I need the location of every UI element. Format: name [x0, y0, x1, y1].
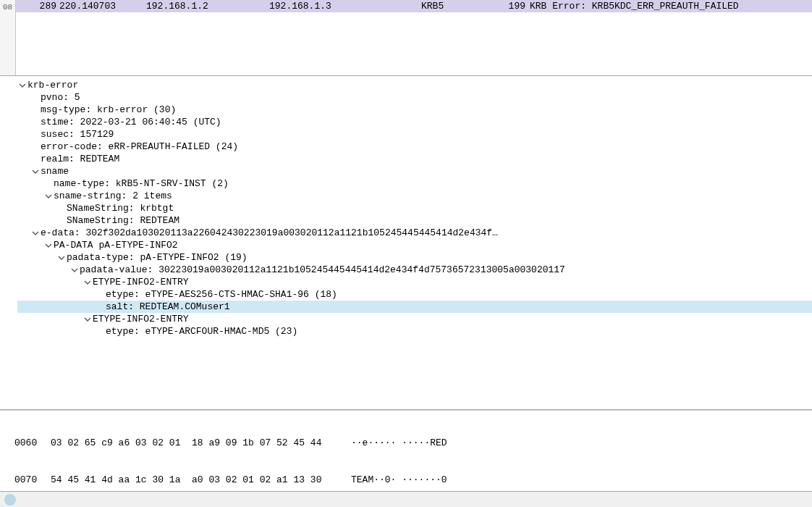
- packet-row[interactable]: 289 220.140703 192.168.1.2 192.168.1.3 K…: [16, 0, 812, 12]
- tree-etype-entry2[interactable]: ETYPE-INFO2-ENTRY: [17, 313, 812, 325]
- tree-msg-type[interactable]: msg-type: krb-error (30): [17, 104, 812, 116]
- chevron-down-icon[interactable]: [69, 267, 80, 274]
- byte-row[interactable]: 007054 45 41 4d aa 1c 30 1a a0 03 02 01 …: [14, 474, 812, 486]
- chevron-down-icon[interactable]: [43, 242, 54, 249]
- tree-sname-string[interactable]: sname-string: 2 items: [17, 190, 812, 202]
- chevron-down-icon[interactable]: [30, 168, 41, 175]
- left-gutter: 08: [0, 0, 16, 75]
- tree-sns2[interactable]: SNameString: REDTEAM: [17, 214, 812, 227]
- packet-info: KRB Error: KRB5KDC_ERR_PREAUTH_FAILED: [530, 1, 812, 12]
- tree-error-code[interactable]: error-code: eRR-PREAUTH-FAILED (24): [17, 141, 812, 153]
- chevron-down-icon[interactable]: [83, 279, 93, 286]
- tree-etype2[interactable]: etype: eTYPE-ARCFOUR-HMAC-MD5 (23): [17, 325, 812, 338]
- globe-icon[interactable]: [4, 494, 16, 506]
- chevron-down-icon[interactable]: [17, 82, 28, 89]
- tree-padata-value[interactable]: padata-value: 30223019a003020112a1121b10…: [17, 264, 812, 276]
- tree-etype1[interactable]: etype: eTYPE-AES256-CTS-HMAC-SHA1-96 (18…: [17, 288, 812, 301]
- tree-sns1[interactable]: SNameString: krbtgt: [17, 202, 812, 214]
- chevron-down-icon[interactable]: [56, 254, 67, 261]
- tree-stime[interactable]: stime: 2022-03-21 06:40:45 (UTC): [17, 116, 812, 128]
- chevron-down-icon[interactable]: [83, 316, 93, 323]
- chevron-down-icon[interactable]: [43, 193, 54, 200]
- packet-src: 192.168.1.2: [146, 1, 269, 12]
- gutter-label: 08: [3, 3, 12, 12]
- tree-realm[interactable]: realm: REDTEAM: [17, 153, 812, 165]
- tree-name-type[interactable]: name-type: kRB5-NT-SRV-INST (2): [17, 177, 812, 190]
- packet-list-pane: 08 289 220.140703 192.168.1.2 192.168.1.…: [0, 0, 812, 76]
- tree-padata-type[interactable]: padata-type: pA-ETYPE-INFO2 (19): [17, 251, 812, 264]
- tree-susec[interactable]: susec: 157129: [17, 128, 812, 141]
- tree-pa-data[interactable]: PA-DATA pA-ETYPE-INFO2: [17, 239, 812, 251]
- statusbar: [0, 491, 812, 507]
- packet-time: 220.140703: [59, 1, 146, 12]
- packet-dst: 192.168.1.3: [269, 1, 421, 12]
- packet-no: 289: [23, 1, 59, 12]
- chevron-down-icon[interactable]: [30, 230, 41, 237]
- tree-e-data[interactable]: e-data: 302f302da103020113a2260424302230…: [17, 227, 812, 239]
- byte-row[interactable]: 006003 02 65 c9 a6 03 02 01 18 a9 09 1b …: [14, 437, 812, 449]
- packet-len: 199: [494, 1, 530, 12]
- details-pane[interactable]: krb-error pvno: 5 msg-type: krb-error (3…: [0, 76, 812, 410]
- tree-pvno[interactable]: pvno: 5: [17, 91, 812, 104]
- packet-list[interactable]: 289 220.140703 192.168.1.2 192.168.1.3 K…: [16, 0, 812, 75]
- packet-proto: KRB5: [421, 1, 494, 12]
- tree-krb-error[interactable]: krb-error: [17, 79, 812, 91]
- tree-etype-entry1[interactable]: ETYPE-INFO2-ENTRY: [17, 276, 812, 288]
- tree-salt-selected[interactable]: salt: REDTEAM.COMuser1: [17, 301, 812, 313]
- tree-sname[interactable]: sname: [17, 165, 812, 177]
- bytes-pane[interactable]: 006003 02 65 c9 a6 03 02 01 18 a9 09 1b …: [0, 410, 812, 491]
